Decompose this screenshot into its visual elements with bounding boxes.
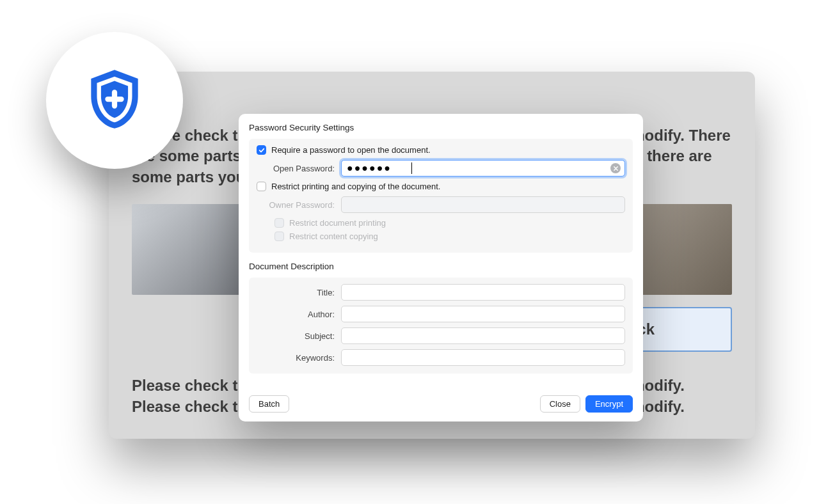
restrict-printing-checkbox [274,218,284,228]
description-section: Title: Author: Subject: Keywords: [249,278,633,374]
text-caret [411,162,412,174]
open-password-wrap [341,160,625,177]
author-input[interactable] [341,306,625,322]
restrict-printing-label: Restrict document printing [289,218,386,228]
title-label: Title: [257,288,335,297]
clear-input-icon[interactable] [610,163,621,173]
author-label: Author: [257,310,335,319]
encrypt-button[interactable]: Encrypt [585,395,633,413]
restrict-copying-checkbox [274,232,284,241]
owner-password-input [341,196,625,213]
security-section: Require a password to open the document.… [249,139,633,253]
subject-label: Subject: [257,331,335,341]
require-password-checkbox[interactable] [257,145,266,155]
open-password-input[interactable] [341,160,625,177]
open-password-label: Open Password: [257,164,335,173]
shield-plus-icon [79,64,150,137]
restrict-copying-label: Restrict content copying [289,232,378,241]
batch-button[interactable]: Batch [249,395,289,413]
dialog-footer: Batch Close Encrypt [239,389,643,421]
restrict-label: Restrict printing and copying of the doc… [271,182,440,191]
restrict-checkbox[interactable] [257,182,266,191]
title-input[interactable] [341,284,625,301]
owner-password-label: Owner Password: [257,200,335,210]
svg-rect-1 [105,97,123,102]
description-section-title: Document Description [249,262,633,271]
security-section-title: Password Security Settings [249,123,633,132]
security-settings-dialog: Password Security Settings Require a pas… [239,114,643,421]
require-password-label: Require a password to open the document. [271,145,431,155]
shield-badge [46,32,183,169]
subject-input[interactable] [341,327,625,344]
keywords-label: Keywords: [257,353,335,363]
keywords-input[interactable] [341,349,625,366]
close-button[interactable]: Close [540,395,580,413]
